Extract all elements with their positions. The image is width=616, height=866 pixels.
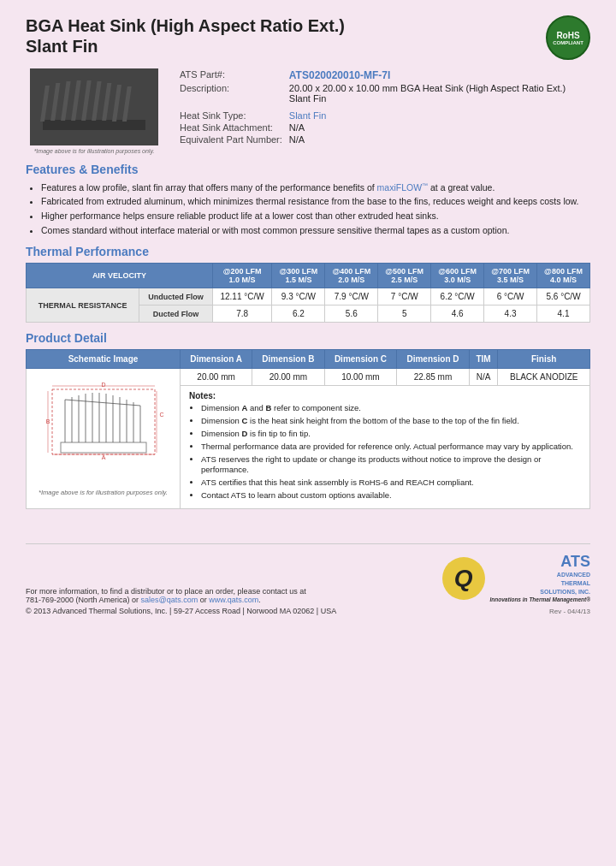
rohs-badge: RoHS COMPLIANT — [546, 15, 590, 60]
equiv-value: N/A — [286, 133, 590, 145]
maxiflow-link[interactable]: maxiFLOW™ — [377, 182, 429, 193]
desc-label: Description: — [176, 82, 286, 104]
dim-a-value: 20.00 mm — [181, 369, 252, 386]
ducted-700: 4.3 — [484, 305, 537, 323]
col-400lfm: @400 LFM2.0 M/S — [325, 264, 378, 288]
list-item: Thermal performance data are provided fo… — [201, 442, 581, 453]
schematic-cell: A B C D *Image above is for illustration… — [27, 369, 181, 509]
schematic-note: *Image above is for illustration purpose… — [32, 489, 175, 496]
notes-list: Dimension A and B refer to component siz… — [201, 403, 581, 501]
ats-tagline: Innovations in Thermal Management® — [490, 596, 590, 602]
svg-rect-4 — [71, 80, 81, 121]
ats-acronym: ATS — [560, 553, 590, 570]
schematic-svg: A B C D — [35, 374, 172, 485]
type-label: Heat Sink Type: — [176, 110, 286, 122]
ats-logo: Q ATS ADVANCED THERMAL SOLUTIONS, INC. I… — [442, 553, 590, 604]
heatsink-illustration — [34, 73, 154, 141]
col-800lfm: @800 LFM4.0 M/S — [537, 264, 590, 288]
thermal-heading: Thermal Performance — [26, 245, 590, 258]
col-500lfm: @500 LFM2.5 M/S — [378, 264, 431, 288]
svg-text:D: D — [101, 382, 105, 388]
col-schematic: Schematic Image — [27, 350, 181, 369]
rev-note: Rev - 04/4/13 — [442, 608, 590, 615]
unducted-600: 6.2 °C/W — [431, 288, 484, 305]
attachment-label: Heat Sink Attachment: — [176, 122, 286, 133]
unducted-500: 7 °C/W — [378, 288, 431, 305]
thermal-performance-table: AIR VELOCITY @200 LFM1.0 M/S @300 LFM1.5… — [26, 263, 590, 323]
air-velocity-header: AIR VELOCITY — [27, 264, 213, 288]
detail-row: A B C D *Image above is for illustration… — [27, 369, 590, 386]
footer-or2: or — [200, 596, 210, 604]
col-dim-d: Dimension D — [397, 350, 470, 369]
part-label: ATS Part#: — [176, 68, 286, 82]
title-block: BGA Heat Sink (High Aspect Ratio Ext.) S… — [26, 15, 345, 56]
attachment-value: N/A — [286, 122, 590, 133]
ducted-400: 5.6 — [325, 305, 378, 323]
ats-text: ATS ADVANCED THERMAL SOLUTIONS, INC. Inn… — [490, 553, 590, 604]
description-row: Description: 20.00 x 20.00 x 10.00 mm BG… — [176, 82, 590, 104]
col-300lfm: @300 LFM1.5 M/S — [272, 264, 325, 288]
svg-line-23 — [65, 400, 140, 406]
svg-rect-0 — [43, 120, 145, 130]
ducted-200: 7.8 — [212, 305, 272, 323]
page-title: BGA Heat Sink (High Aspect Ratio Ext.) S… — [26, 15, 345, 56]
unducted-200: 12.11 °C/W — [212, 288, 272, 305]
list-item: Higher performance helps ensure reliable… — [41, 210, 590, 222]
svg-rect-7 — [102, 83, 111, 121]
header: BGA Heat Sink (High Aspect Ratio Ext.) S… — [26, 15, 590, 60]
phone: 781-769-2000 (North America) — [26, 596, 130, 604]
dim-c-value: 10.00 mm — [324, 369, 397, 386]
email-link[interactable]: sales@qats.com — [141, 596, 198, 604]
list-item: Dimension D is fin tip to fin tip. — [201, 429, 581, 440]
svg-rect-9 — [122, 86, 132, 122]
part-number-row: ATS Part#: ATS020020010-MF-7I — [176, 68, 590, 82]
description-value: 20.00 x 20.00 x 10.00 mm BGA Heat Sink (… — [286, 82, 590, 104]
col-dim-a: Dimension A — [181, 350, 252, 369]
website-link[interactable]: www.qats.com — [209, 596, 258, 604]
notes-label: Notes: — [189, 391, 581, 400]
ducted-500: 5 — [378, 305, 431, 323]
equiv-label: Equivalent Part Number: — [176, 133, 286, 145]
part-number[interactable]: ATS020020010-MF-7I — [289, 69, 391, 81]
list-item: Comes standard without interface materia… — [41, 224, 590, 237]
unducted-700: 6 °C/W — [484, 288, 537, 305]
svg-text:C: C — [159, 412, 163, 418]
contact-text: For more information, to find a distribu… — [26, 587, 306, 596]
dim-d-value: 22.85 mm — [397, 369, 470, 386]
product-image-block: *Image above is for illustration purpose… — [26, 68, 163, 154]
col-finish: Finish — [498, 350, 590, 369]
list-item: Dimension C is the heat sink height from… — [201, 416, 581, 427]
svg-text:A: A — [101, 454, 105, 460]
dim-b-value: 20.00 mm — [252, 369, 325, 386]
product-info-row: *Image above is for illustration purpose… — [26, 68, 590, 154]
spec-table: ATS Part#: ATS020020010-MF-7I Descriptio… — [176, 68, 590, 145]
footer-right: Q ATS ADVANCED THERMAL SOLUTIONS, INC. I… — [442, 553, 590, 615]
svg-rect-1 — [40, 86, 50, 122]
list-item: ATS reserves the right to update or chan… — [201, 454, 581, 477]
list-item: Dimension A and B refer to component siz… — [201, 403, 581, 414]
list-item: Contact ATS to learn about custom option… — [201, 490, 581, 501]
finish-value: BLACK ANODIZE — [498, 369, 590, 386]
image-note: *Image above is for illustration purpose… — [34, 148, 155, 154]
ats-fullname: ADVANCED THERMAL SOLUTIONS, INC. — [540, 572, 590, 594]
svg-rect-3 — [61, 81, 70, 121]
ducted-600: 4.6 — [431, 305, 484, 323]
tim-value: N/A — [469, 369, 498, 386]
attachment-row: Heat Sink Attachment: N/A — [176, 122, 590, 133]
list-item: Features a low profile, slant fin array … — [41, 181, 590, 193]
footer-or: or — [132, 596, 141, 604]
features-heading: Features & Benefits — [26, 163, 590, 176]
unducted-800: 5.6 °C/W — [537, 288, 590, 305]
ducted-label: Ducted Flow — [139, 305, 212, 323]
type-value[interactable]: Slant Fin — [289, 110, 326, 121]
feature-list: Features a low profile, slant fin array … — [41, 181, 590, 236]
list-item: Fabricated from extruded aluminum, which… — [41, 195, 590, 208]
svg-rect-2 — [50, 83, 60, 121]
col-dim-b: Dimension B — [252, 350, 325, 369]
thermal-resistance-label: THERMAL RESISTANCE — [27, 288, 139, 323]
unducted-300: 9.3 °C/W — [272, 288, 325, 305]
rohs-label: RoHS — [556, 31, 579, 40]
product-detail-table: Schematic Image Dimension A Dimension B … — [26, 349, 590, 509]
heat-sink-type-row: Heat Sink Type: Slant Fin — [176, 110, 590, 122]
unducted-400: 7.9 °C/W — [325, 288, 378, 305]
